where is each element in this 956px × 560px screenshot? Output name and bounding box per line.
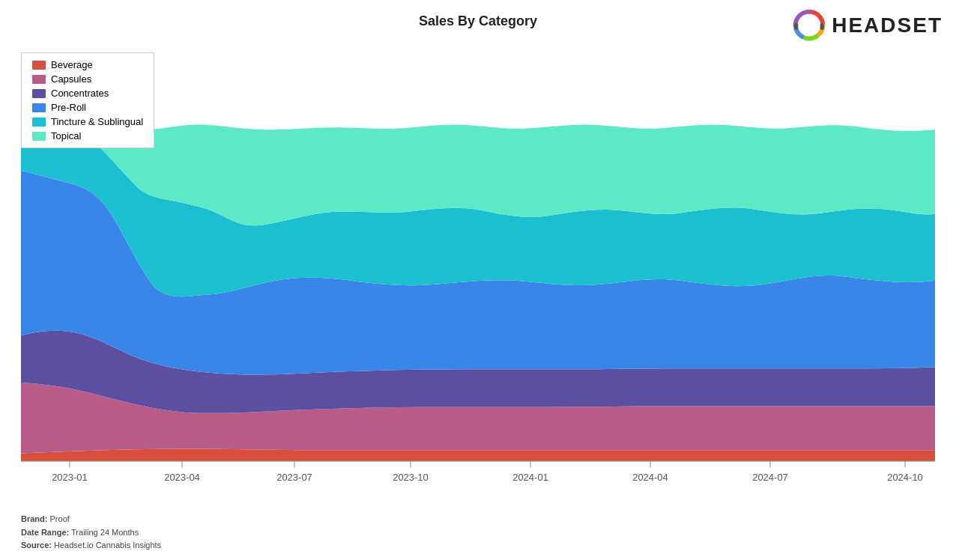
legend-label-beverage: Beverage — [51, 59, 93, 70]
date-range-label: Date Range: — [21, 528, 69, 537]
footer-info: Brand: Proof Date Range: Trailing 24 Mon… — [21, 513, 161, 553]
headset-logo: HEADSET — [793, 9, 943, 42]
area-beverage — [21, 449, 935, 462]
legend-color-capsules — [32, 75, 46, 84]
legend-label-tincture: Tincture & Sublingual — [51, 116, 143, 127]
legend-label-preroll: Pre-Roll — [51, 102, 86, 113]
brand-label: Brand: — [21, 514, 47, 523]
x-label-6: 2024-04 — [632, 472, 668, 483]
area-chart-svg: 2023-01 2023-04 2023-07 2023-10 2024-01 … — [21, 45, 935, 493]
legend-item-preroll: Pre-Roll — [32, 102, 143, 113]
source-value: Headset.io Cannabis Insights — [54, 541, 161, 550]
legend-label-concentrates: Concentrates — [51, 88, 109, 99]
legend-item-concentrates: Concentrates — [32, 88, 143, 99]
x-label-7: 2024-07 — [752, 472, 788, 483]
svg-rect-2 — [820, 23, 824, 30]
legend-item-topical: Topical — [32, 130, 143, 141]
legend-item-capsules: Capsules — [32, 73, 143, 85]
legend-color-concentrates — [32, 89, 46, 98]
legend-label-capsules: Capsules — [51, 73, 91, 85]
source-label: Source: — [21, 541, 52, 550]
legend-item-beverage: Beverage — [32, 59, 143, 70]
x-label-2: 2023-04 — [164, 472, 200, 483]
x-label-3: 2023-07 — [276, 472, 312, 483]
legend-item-tincture: Tincture & Sublingual — [32, 116, 143, 127]
x-label-4: 2023-10 — [393, 472, 429, 483]
legend-label-topical: Topical — [51, 130, 81, 141]
chart-container: HEADSET Sales By Category Beverage Capsu… — [0, 0, 956, 560]
chart-legend: Beverage Capsules Concentrates Pre-Roll … — [21, 52, 154, 148]
x-label-8: 2024-10 — [887, 472, 923, 483]
date-range-value: Trailing 24 Months — [71, 528, 139, 537]
legend-color-tincture — [32, 118, 46, 127]
logo-text: HEADSET — [832, 13, 943, 37]
legend-color-topical — [32, 132, 46, 141]
legend-color-preroll — [32, 103, 46, 112]
x-label-5: 2024-01 — [512, 472, 548, 483]
legend-color-beverage — [32, 61, 46, 70]
svg-rect-1 — [794, 23, 798, 30]
chart-svg-area: 2023-01 2023-04 2023-07 2023-10 2024-01 … — [21, 45, 935, 493]
brand-value: Proof — [50, 514, 70, 523]
headset-logo-icon — [793, 9, 826, 42]
x-label-1: 2023-01 — [52, 472, 88, 483]
